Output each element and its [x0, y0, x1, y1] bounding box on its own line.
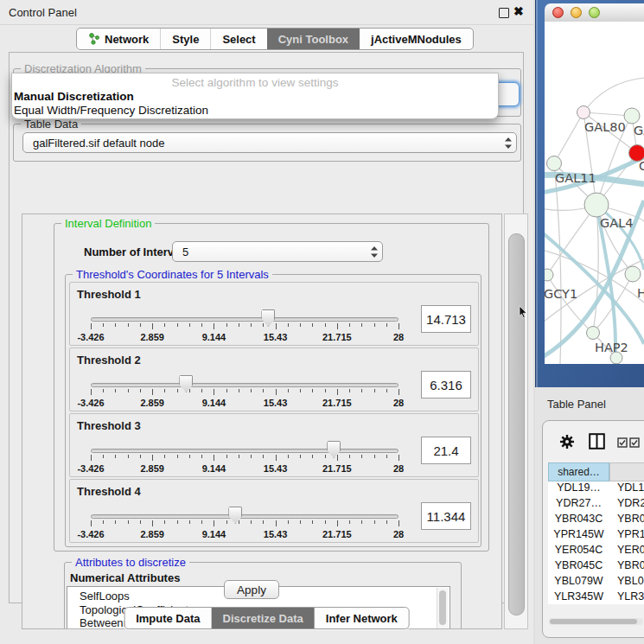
- tab-network[interactable]: Network: [77, 29, 160, 49]
- slider-tick-label: 15.43: [264, 529, 288, 539]
- panel-scrollbar[interactable]: [504, 214, 528, 629]
- network-edge[interactable]: [593, 205, 598, 333]
- threshold-slider-thumb[interactable]: [327, 441, 341, 458]
- tab-infer-network[interactable]: Infer Network: [315, 608, 409, 628]
- slider-tick: [140, 389, 141, 392]
- table-hscrollbar[interactable]: [549, 618, 643, 625]
- slider-tick: [140, 323, 141, 327]
- table-row[interactable]: YPR145WYPR1: [548, 528, 644, 544]
- dropdown-option[interactable]: Equal Width/Frequency Discretization: [12, 104, 498, 118]
- minimize-traffic-light[interactable]: [571, 7, 582, 18]
- split-columns-icon[interactable]: [589, 433, 605, 450]
- table-row[interactable]: YDR27…YDR2: [548, 497, 644, 513]
- slider-tick: [251, 520, 252, 524]
- slider-tick-label: 9.144: [202, 529, 226, 539]
- network-node[interactable]: [577, 106, 590, 119]
- slider-tick: [349, 389, 350, 392]
- slider-tick: [140, 455, 141, 458]
- tab-select[interactable]: Select: [210, 29, 266, 49]
- slider-tick-label: 9.144: [202, 398, 226, 408]
- apply-button[interactable]: Apply: [224, 580, 279, 599]
- network-node[interactable]: [584, 193, 609, 217]
- cyni-content-panel: Discretization Algorithm Table Data galF…: [9, 52, 524, 603]
- table-row[interactable]: YBR043CYBR0: [548, 513, 644, 528]
- mouse-cursor: [519, 306, 527, 318]
- slider-tick: [312, 323, 313, 327]
- network-node[interactable]: [545, 269, 553, 281]
- cell-shared-name: YPR145W: [548, 528, 609, 544]
- slider-tick: [164, 455, 165, 458]
- threshold-value-field[interactable]: 6.316: [421, 371, 471, 399]
- checkbox-icon[interactable]: [617, 437, 628, 448]
- tab-discretize-data-label: Discretize Data: [223, 612, 303, 625]
- tab-jactivemnodules[interactable]: jActiveMNodules: [360, 29, 473, 49]
- network-node[interactable]: [547, 156, 562, 171]
- slider-tick: [349, 455, 350, 458]
- network-graph: GAL80GACGAL11GAL4GCY1HHAP2: [545, 22, 644, 364]
- network-edge[interactable]: [554, 112, 583, 163]
- cyni-bottom-tabbar: Impute Data Discretize Data Infer Networ…: [124, 607, 410, 629]
- table-row[interactable]: YBL079WYBL0: [548, 575, 644, 590]
- column-header-name[interactable]: na: [609, 462, 644, 481]
- network-node-label: GA: [634, 124, 644, 137]
- tab-network-label: Network: [105, 33, 149, 46]
- tab-impute-data-label: Impute Data: [136, 612, 200, 625]
- slider-tick: [312, 520, 313, 524]
- table-hscrollbar-thumb[interactable]: [550, 619, 637, 624]
- table-row[interactable]: YLR345WYLR3: [548, 590, 644, 604]
- threshold-slider-track[interactable]: [91, 317, 399, 322]
- threshold-row: Threshold 2-3.4262.8599.14415.4321.71528…: [69, 348, 479, 411]
- float-window-icon[interactable]: [499, 8, 509, 18]
- interval-definition-group-title: Interval Definition: [61, 217, 155, 230]
- thresholds-group-title: Threshold's Coordinates for 5 Intervals: [73, 268, 272, 281]
- tab-style[interactable]: Style: [160, 29, 210, 49]
- cell-shared-name: YDR27…: [548, 497, 609, 513]
- network-node[interactable]: [587, 327, 600, 340]
- slider-tick: [361, 389, 362, 392]
- number-of-intervals-combobox[interactable]: 5: [172, 241, 383, 262]
- slider-tick: [386, 455, 387, 458]
- zoom-traffic-light[interactable]: [589, 7, 600, 18]
- threshold-slider-track[interactable]: [91, 449, 399, 453]
- control-panel-tabbar: Network Style Select Cyni Toolbox jActiv…: [76, 28, 474, 50]
- interval-definition-group: Interval Definition Number of Intervals …: [54, 223, 489, 552]
- network-edge[interactable]: [547, 275, 593, 333]
- close-traffic-light[interactable]: [552, 7, 564, 18]
- tab-cyni-toolbox[interactable]: Cyni Toolbox: [267, 29, 360, 49]
- threshold-slider-track[interactable]: [91, 514, 399, 519]
- network-node-label: H: [637, 286, 644, 300]
- network-edge[interactable]: [547, 205, 596, 275]
- slider-tick: [91, 455, 92, 461]
- tab-impute-data[interactable]: Impute Data: [124, 608, 211, 628]
- tab-discretize-data[interactable]: Discretize Data: [212, 608, 315, 628]
- table-row[interactable]: YDL19…YDL1: [548, 481, 644, 497]
- network-node[interactable]: [625, 266, 641, 282]
- slider-tick: [140, 520, 141, 524]
- table-row[interactable]: YBR045CYBR0: [548, 559, 644, 575]
- network-node[interactable]: [624, 108, 640, 124]
- close-icon[interactable]: ✖: [513, 4, 524, 18]
- list-scrollbar[interactable]: [437, 588, 449, 629]
- dropdown-option[interactable]: Manual Discretization: [12, 90, 498, 104]
- panel-scrollbar-thumb[interactable]: [508, 233, 525, 615]
- network-canvas[interactable]: GAL80GACGAL11GAL4GCY1HHAP2: [545, 22, 644, 364]
- slider-tick: [152, 520, 153, 526]
- threshold-slider-thumb[interactable]: [228, 507, 242, 524]
- threshold-slider-track[interactable]: [91, 383, 399, 387]
- table-data-selected-value: galFiltered.sif default node: [23, 137, 501, 150]
- gear-icon[interactable]: [559, 434, 575, 450]
- slider-tick: [115, 455, 116, 458]
- table-row[interactable]: YER054CYER0: [548, 544, 644, 559]
- threshold-value-field[interactable]: 14.713: [421, 305, 471, 333]
- threshold-slider-thumb[interactable]: [179, 375, 193, 392]
- list-scrollbar-thumb[interactable]: [439, 590, 446, 625]
- slider-tick: [103, 455, 104, 458]
- slider-tick: [361, 455, 362, 458]
- checkbox-icon[interactable]: [629, 437, 640, 448]
- threshold-value-field[interactable]: 21.4: [421, 437, 471, 464]
- threshold-value-field[interactable]: 11.344: [421, 502, 471, 530]
- slider-tick: [325, 323, 326, 327]
- column-header-shared-name[interactable]: shared…: [548, 462, 609, 481]
- network-edge[interactable]: [583, 78, 644, 112]
- table-data-combobox[interactable]: galFiltered.sif default node: [22, 132, 517, 153]
